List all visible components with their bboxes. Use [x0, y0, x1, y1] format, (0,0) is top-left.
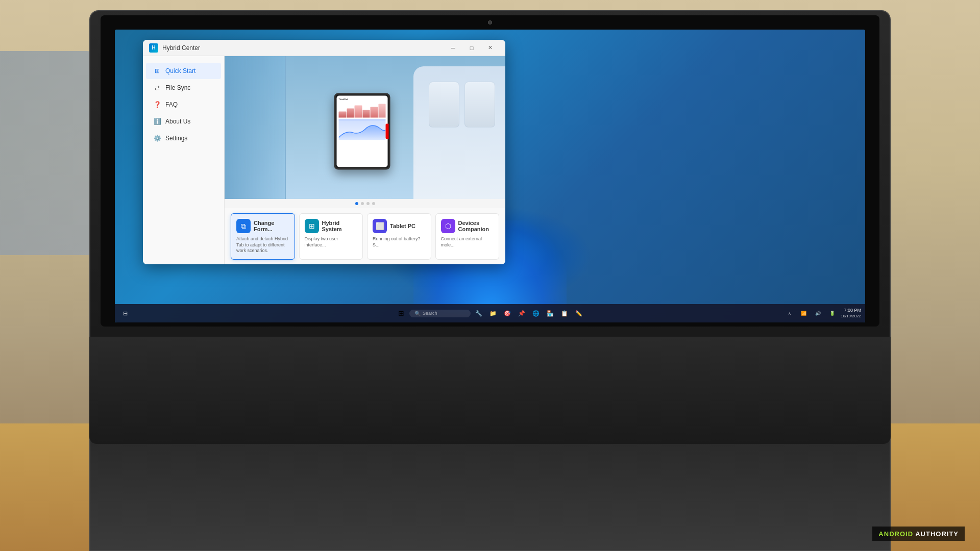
sidebar-item-faq[interactable]: ❓ FAQ	[146, 96, 221, 113]
watermark-authority: AUTHORITY	[913, 530, 959, 538]
card-hybrid-system-header: ⊞ Hybrid System	[305, 219, 358, 233]
watermark-android: ANDROID	[878, 530, 913, 538]
taskbar-app-5[interactable]: 🌐	[530, 307, 542, 319]
window-controls: ─ □ ✕	[444, 40, 499, 56]
system-clock[interactable]: 7:08 PM 10/19/2022	[841, 308, 861, 319]
card-change-form-header: ⧉ Change Form...	[236, 219, 289, 233]
file-sync-icon: ⇄	[153, 84, 161, 92]
card-devices-companion-header: ⬡ Devices Companion	[441, 219, 494, 233]
windows-desktop: H Hybrid Center ─ □ ✕	[115, 30, 865, 322]
card-hybrid-system[interactable]: ⊞ Hybrid System Display two user interfa…	[299, 213, 363, 260]
hybrid-system-desc: Display two user interface...	[305, 236, 358, 248]
about-icon: ℹ️	[153, 117, 161, 126]
sidebar-item-settings[interactable]: ⚙️ Settings	[146, 130, 221, 146]
maximize-button[interactable]: □	[462, 40, 481, 56]
taskbar-app-4[interactable]: 📌	[516, 307, 528, 319]
taskbar-app-2[interactable]: 📁	[487, 307, 499, 319]
hybrid-system-title: Hybrid System	[322, 220, 358, 232]
start-button[interactable]: ⊞	[395, 307, 407, 319]
battery-icon[interactable]: 🔋	[826, 307, 839, 319]
taskbar-app-1[interactable]: 🔧	[473, 307, 485, 319]
change-form-title: Change Form...	[254, 220, 289, 232]
laptop-camera	[488, 20, 492, 24]
hero-banner: ThinkPad	[225, 56, 505, 199]
hybrid-center-window: H Hybrid Center ─ □ ✕	[143, 40, 505, 264]
sidebar-item-about-us[interactable]: ℹ️ About Us	[146, 113, 221, 130]
change-form-desc: Attach and detach Hybrid Tab to adapt to…	[236, 236, 289, 254]
volume-icon[interactable]: 🔊	[812, 307, 824, 319]
taskbar: ⊟ ⊞ 🔍 Search 🔧 📁 🎯	[115, 304, 865, 322]
main-content: ThinkPad	[225, 56, 505, 264]
close-button[interactable]: ✕	[481, 40, 499, 56]
cabin-left-wall	[225, 56, 286, 199]
carousel-dot-2[interactable]	[361, 202, 364, 205]
carousel-dot-3[interactable]	[366, 202, 370, 205]
taskbar-view-icon[interactable]: ⊟	[119, 307, 131, 319]
taskbar-app-3[interactable]: 🎯	[501, 307, 513, 319]
sidebar-item-quick-start[interactable]: ⊞ Quick Start	[146, 63, 221, 79]
change-form-icon: ⧉	[236, 219, 251, 233]
screen-display: H Hybrid Center ─ □ ✕	[115, 30, 865, 322]
tablet-pc-desc: Running out of battery? S...	[373, 236, 426, 248]
tablet-brand-stripe	[386, 124, 390, 139]
background-chairs	[0, 51, 102, 255]
tablet-pc-icon: ⬜	[373, 219, 387, 233]
minimize-button[interactable]: ─	[444, 40, 462, 56]
taskbar-right: ∧ 📶 🔊 🔋 7:08 PM 10/19/2022	[783, 307, 861, 319]
carousel-dot-1[interactable]	[355, 202, 358, 205]
settings-icon: ⚙️	[153, 134, 161, 142]
bar-6	[378, 104, 386, 118]
feature-cards: ⧉ Change Form... Attach and detach Hybri…	[225, 208, 505, 264]
bar-chart	[339, 103, 386, 118]
tablet-pc-title: Tablet PC	[390, 223, 415, 229]
screen-bezel: H Hybrid Center ─ □ ✕	[101, 15, 879, 327]
devices-companion-icon: ⬡	[441, 219, 455, 233]
card-tablet-pc-header: ⬜ Tablet PC	[373, 219, 426, 233]
card-devices-companion[interactable]: ⬡ Devices Companion Connect an external …	[435, 213, 500, 260]
chart-header: ThinkPad	[339, 98, 386, 101]
faq-icon: ❓	[153, 101, 161, 109]
cabin-seats-area	[413, 66, 505, 199]
sidebar-item-file-sync[interactable]: ⇄ File Sync	[146, 80, 221, 96]
quick-start-icon: ⊞	[153, 67, 161, 75]
tablet-chart: ThinkPad	[337, 96, 388, 142]
laptop-shell: H Hybrid Center ─ □ ✕	[89, 10, 891, 551]
search-placeholder: Search	[423, 311, 437, 316]
system-tray-expand[interactable]: ∧	[783, 307, 796, 319]
bar-2	[347, 109, 354, 118]
bar-4	[362, 110, 370, 118]
bar-3	[355, 106, 362, 118]
devices-companion-desc: Connect an external mole...	[441, 236, 494, 248]
bar-1	[339, 112, 347, 118]
window-title: Hybrid Center	[162, 44, 444, 52]
laptop-keyboard	[89, 337, 891, 444]
taskbar-left: ⊟	[119, 307, 131, 319]
tablet-device: ThinkPad	[334, 93, 390, 170]
card-change-form[interactable]: ⧉ Change Form... Attach and detach Hybri…	[231, 213, 295, 260]
carousel-dots	[225, 199, 505, 208]
app-logo: H	[149, 43, 158, 53]
card-tablet-pc[interactable]: ⬜ Tablet PC Running out of battery? S...	[367, 213, 431, 260]
hybrid-system-icon: ⊞	[305, 219, 319, 233]
tablet-screen: ThinkPad	[337, 96, 388, 167]
cabin-scene: ThinkPad	[225, 56, 505, 199]
taskbar-app-7[interactable]: 📋	[558, 307, 571, 319]
seat-1	[464, 82, 495, 128]
network-icon[interactable]: 📶	[798, 307, 810, 319]
app-body: ⊞ Quick Start ⇄ File Sync ❓ FAQ	[143, 56, 505, 264]
taskbar-app-6[interactable]: 🏪	[544, 307, 556, 319]
bar-5	[371, 107, 378, 118]
carousel-dot-4[interactable]	[372, 202, 375, 205]
seat-2	[429, 82, 459, 128]
title-bar: H Hybrid Center ─ □ ✕	[143, 40, 505, 56]
watermark: ANDROID AUTHORITY	[872, 527, 965, 541]
taskbar-app-8[interactable]: ✏️	[573, 307, 585, 319]
devices-companion-title: Devices Companion	[458, 220, 494, 232]
line-chart	[339, 120, 386, 140]
sidebar: ⊞ Quick Start ⇄ File Sync ❓ FAQ	[143, 56, 225, 264]
search-bar[interactable]: 🔍 Search	[409, 310, 471, 317]
taskbar-center: ⊞ 🔍 Search 🔧 📁 🎯 📌 🌐 🏪 📋 ✏️	[395, 307, 585, 319]
